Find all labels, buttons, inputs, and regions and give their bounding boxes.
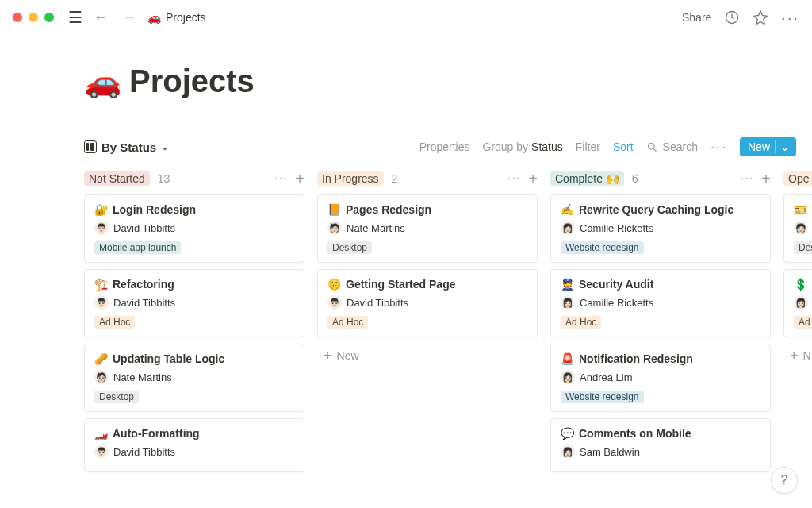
- window-minimize[interactable]: [29, 13, 38, 22]
- card[interactable]: 🏗️Refactoring👨🏻David TibbittsAd Hoc: [84, 269, 304, 337]
- card-assignee: 🧑🏻N: [794, 221, 812, 235]
- column-count: 13: [158, 172, 170, 185]
- clock-icon[interactable]: [724, 10, 740, 25]
- column-header: Complete 🙌6···+: [550, 171, 771, 187]
- page-title: 🚗 Projects: [84, 64, 812, 99]
- card-tag: Desktop: [94, 391, 139, 403]
- star-icon[interactable]: [753, 10, 768, 25]
- properties-button[interactable]: Properties: [419, 140, 470, 153]
- menu-icon[interactable]: ☰: [68, 10, 82, 25]
- breadcrumb[interactable]: 🚗 Projects: [147, 11, 206, 24]
- card-title: 🎫P: [794, 203, 812, 216]
- card-title: 💬Comments on Mobile: [561, 427, 760, 440]
- help-button[interactable]: ?: [771, 467, 798, 494]
- column-name[interactable]: Not Started: [84, 171, 150, 186]
- column-more-icon[interactable]: ···: [508, 171, 520, 186]
- card-icon: 🎫: [794, 203, 807, 216]
- card-title: ✍️Rewrite Query Caching Logic: [561, 203, 760, 216]
- card-tag: Website redesign: [561, 391, 644, 403]
- view-bar: By Status ⌄ Properties Group by Status F…: [84, 137, 812, 156]
- avatar: 👩🏻: [561, 444, 575, 459]
- card-icon: 🏗️: [94, 278, 108, 291]
- assignee-name: Camille Ricketts: [580, 222, 653, 234]
- card-icon: 💲: [794, 278, 807, 291]
- assignee-name: David Tibbitts: [113, 297, 175, 309]
- column-add-icon[interactable]: +: [528, 171, 538, 187]
- card-title: 🏎️Auto-Formatting: [94, 427, 294, 440]
- card[interactable]: 🎫P🧑🏻NDes: [783, 194, 812, 263]
- column-count: 6: [632, 172, 638, 185]
- page-icon[interactable]: 🚗: [84, 64, 121, 99]
- breadcrumb-text: Projects: [166, 11, 206, 24]
- card[interactable]: ✍️Rewrite Query Caching Logic👩🏻Camille R…: [550, 194, 771, 263]
- card[interactable]: 🥜Updating Table Logic🧑🏻Nate MartinsDeskt…: [84, 344, 304, 412]
- card-title: 🔐Login Redesign: [94, 203, 294, 216]
- groupby-value: Status: [531, 140, 563, 153]
- topbar-right: Share ···: [682, 9, 799, 27]
- assignee-name: Nate Martins: [347, 222, 405, 234]
- column-name[interactable]: Ope: [783, 171, 812, 186]
- view-select[interactable]: By Status ⌄: [84, 140, 169, 154]
- column-more-icon[interactable]: ···: [274, 171, 287, 186]
- search-icon: [646, 141, 658, 153]
- card[interactable]: 💬Comments on Mobile👩🏻Sam Baldwin: [550, 418, 771, 472]
- card-title: 🏗️Refactoring: [94, 278, 294, 291]
- card[interactable]: 📙Pages Redesign🧑🏻Nate MartinsDesktop: [317, 194, 538, 263]
- view-more-icon[interactable]: ···: [710, 139, 727, 156]
- card-icon: 💬: [561, 427, 574, 440]
- nav-back[interactable]: ←: [90, 8, 111, 28]
- card-tag: Mobile app launch: [94, 241, 181, 254]
- column-more-icon[interactable]: ···: [741, 171, 753, 186]
- card-icon: 🥜: [94, 352, 108, 365]
- column-name[interactable]: In Progress: [317, 171, 384, 186]
- card-title: 🥜Updating Table Logic: [94, 352, 294, 365]
- column-add-icon[interactable]: +: [295, 171, 304, 187]
- card-title-text: Updating Table Logic: [113, 352, 224, 365]
- card-icon: 🚨: [561, 352, 574, 365]
- search-button[interactable]: Search: [646, 140, 698, 153]
- avatar: 👩🏻: [561, 370, 575, 384]
- card-icon: 🏎️: [94, 427, 108, 440]
- assignee-name: David Tibbitts: [113, 446, 175, 458]
- window-close[interactable]: [13, 13, 22, 22]
- card[interactable]: 🚨Notification Redesign👩🏻Andrea LimWebsit…: [550, 344, 771, 412]
- card-tag: Ad Hoc: [94, 316, 135, 329]
- assignee-name: Andrea Lim: [580, 371, 632, 383]
- card[interactable]: 👮Security Audit👩🏻Camille RickettsAd Hoc: [550, 269, 771, 337]
- groupby-prefix: Group by: [483, 140, 529, 153]
- add-card-label: N: [803, 349, 811, 362]
- card[interactable]: 💲P👩🏻CAd: [783, 269, 812, 337]
- window-maximize[interactable]: [44, 13, 54, 22]
- add-card-button[interactable]: +New: [317, 344, 538, 368]
- card[interactable]: 🤫Getting Started Page👨🏻David TibbittsAd …: [317, 269, 538, 337]
- new-button[interactable]: New ⌄: [740, 137, 796, 156]
- card-assignee: 👨🏻David Tibbitts: [94, 295, 294, 310]
- card-title-text: Rewrite Query Caching Logic: [579, 203, 733, 216]
- card[interactable]: 🏎️Auto-Formatting👨🏻David Tibbitts: [84, 418, 304, 472]
- nav-forward[interactable]: →: [119, 8, 140, 28]
- chevron-down-icon: ⌄: [775, 140, 790, 153]
- add-card-label: New: [337, 349, 359, 362]
- share-button[interactable]: Share: [682, 11, 711, 24]
- board-column: In Progress2···+📙Pages Redesign🧑🏻Nate Ma…: [317, 171, 538, 479]
- avatar: 👩🏻: [561, 295, 575, 310]
- card-assignee: 👩🏻Sam Baldwin: [561, 444, 760, 459]
- filter-button[interactable]: Filter: [576, 140, 600, 153]
- groupby-button[interactable]: Group by Status: [483, 140, 563, 153]
- column-add-icon[interactable]: +: [761, 171, 771, 187]
- card-title: 👮Security Audit: [561, 278, 760, 291]
- column-header: Ope···+: [783, 171, 812, 187]
- more-icon[interactable]: ···: [781, 9, 799, 27]
- card-title: 🚨Notification Redesign: [561, 352, 760, 365]
- card-title-text: Security Audit: [579, 278, 653, 291]
- column-name[interactable]: Complete 🙌: [550, 171, 624, 186]
- card-assignee: 👨🏻David Tibbitts: [327, 295, 527, 310]
- card-icon: 🤫: [327, 278, 341, 291]
- card-title-text: Comments on Mobile: [579, 427, 691, 440]
- add-card-button[interactable]: +N: [783, 344, 812, 368]
- avatar: 🧑🏻: [794, 221, 808, 235]
- card-title: 💲P: [794, 278, 812, 291]
- sort-button[interactable]: Sort: [613, 140, 634, 153]
- card-title-text: Refactoring: [113, 278, 174, 291]
- card[interactable]: 🔐Login Redesign👨🏻David TibbittsMobile ap…: [84, 194, 304, 263]
